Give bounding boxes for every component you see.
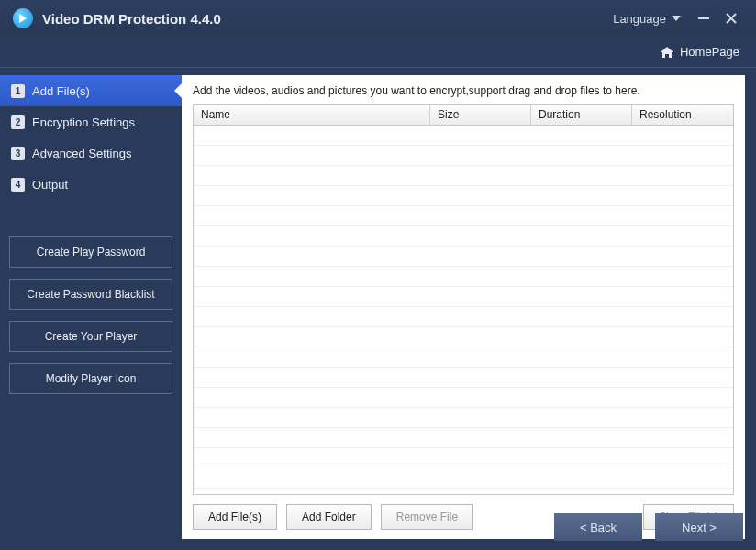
step-label: Add File(s) [32,84,90,98]
homepage-label: HomePage [680,45,739,59]
close-button[interactable] [719,6,743,30]
svg-rect-0 [698,17,709,19]
column-name[interactable]: Name [194,105,430,125]
column-size[interactable]: Size [430,105,531,125]
step-number: 3 [11,147,25,160]
home-icon [660,46,674,59]
column-duration[interactable]: Duration [531,105,632,125]
step-number: 4 [11,178,25,192]
step-number: 2 [11,116,25,129]
body: 1 Add File(s) 2 Encryption Settings 3 Ad… [0,68,756,550]
homepage-link[interactable]: HomePage [660,45,739,59]
step-advanced-settings[interactable]: 3 Advanced Settings [0,138,182,169]
step-label: Encryption Settings [32,116,135,129]
remove-file-button[interactable]: Remove File [381,504,473,530]
close-icon [726,13,737,24]
app-logo-icon [13,8,33,28]
app-title: Video DRM Protection 4.4.0 [42,11,221,27]
step-add-files[interactable]: 1 Add File(s) [0,75,182,106]
add-files-button[interactable]: Add File(s) [193,504,277,530]
language-label: Language [613,12,666,26]
step-output[interactable]: 4 Output [0,169,182,200]
step-label: Advanced Settings [32,147,131,160]
step-encryption-settings[interactable]: 2 Encryption Settings [0,106,182,138]
minimize-icon [698,13,709,24]
chevron-down-icon [672,16,681,21]
minimize-button[interactable] [692,6,716,30]
create-password-blacklist-button[interactable]: Create Password Blacklist [9,279,172,310]
next-button[interactable]: Next > [655,513,743,541]
create-play-password-button[interactable]: Create Play Password [9,236,172,268]
language-selector[interactable]: Language [613,12,681,26]
main-panel: Add the videos, audios and pictures you … [182,75,745,539]
titlebar: Video DRM Protection 4.4.0 Language [0,0,756,37]
step-number: 1 [11,84,25,98]
nav-footer: < Back Next > [554,513,743,541]
add-folder-button[interactable]: Add Folder [286,504,372,530]
table-rows[interactable] [194,126,733,494]
sidebar: 1 Add File(s) 2 Encryption Settings 3 Ad… [0,68,182,550]
column-resolution[interactable]: Resolution [632,105,733,125]
step-label: Output [32,178,68,192]
table-header: Name Size Duration Resolution [194,105,733,126]
modify-player-icon-button[interactable]: Modify Player Icon [9,363,172,394]
file-table[interactable]: Name Size Duration Resolution [193,104,734,495]
back-button[interactable]: < Back [554,513,642,541]
sidebar-buttons: Create Play Password Create Password Bla… [0,236,182,394]
hint-text: Add the videos, audios and pictures you … [193,84,734,97]
subbar: HomePage [0,37,756,68]
create-your-player-button[interactable]: Create Your Player [9,321,172,352]
